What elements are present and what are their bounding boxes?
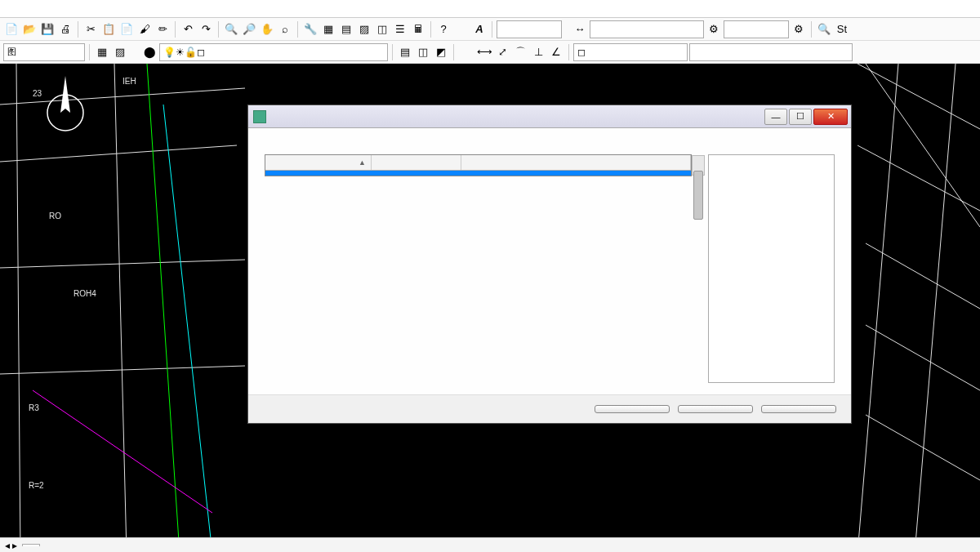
open-icon[interactable]: 📂 [21,21,38,38]
menu-edit[interactable] [3,7,16,11]
layer-combo[interactable]: 💡 ☀ 🔓 ◻ [159,43,388,61]
svg-text:IEH: IEH [122,77,136,86]
copy-icon[interactable]: 📋 [100,21,117,38]
svg-line-8 [33,390,212,513]
menu-tools[interactable] [56,7,69,11]
scrollbar-thumb[interactable] [693,171,703,220]
back-button[interactable] [595,405,670,413]
separator [392,44,393,60]
dialog-footer [248,394,851,423]
toolbar-main: 📄 📂 💾 🖨 ✂ 📋 📄 🖌 ✏ ↶ ↷ 🔍 🔎 ✋ ⌕ 🔧 ▦ ▤ ▨ ◫ … [0,18,980,41]
separator [492,21,492,38]
dim-ord-icon[interactable]: ⊥ [530,44,546,60]
dim-icon[interactable]: ↔ [572,21,588,38]
menu-format[interactable] [42,7,56,11]
save-icon[interactable]: 💾 [39,21,56,38]
svg-line-16 [915,64,956,537]
sun-icon: ☀ [176,47,185,58]
search-icon[interactable]: 🔍 [816,21,832,38]
zoom-icon[interactable]: 🔍 [223,21,239,38]
maximize-button[interactable]: ☐ [789,109,812,125]
close-button[interactable]: ✕ [813,109,848,125]
calc-icon[interactable]: 🖩 [410,21,426,38]
layer-prev-icon[interactable]: ▤ [397,44,413,60]
linetype-combo[interactable] [689,43,853,61]
svg-line-7 [163,105,212,537]
separator [297,21,298,38]
header-property[interactable]: ▲ [265,155,372,170]
redo-icon[interactable]: ↷ [198,21,214,38]
textstyle-combo[interactable] [497,20,562,38]
menu-view[interactable] [16,7,29,11]
layout-tab[interactable] [22,544,40,546]
status-bar: ◂ ▸ [0,537,980,552]
layer-icon[interactable]: ▦ [94,44,110,60]
settings-icon[interactable]: ⚙ [791,21,807,38]
menu-insert[interactable] [29,7,42,11]
undo-icon[interactable]: ↶ [180,21,196,38]
zoom-window-icon[interactable]: ⌕ [277,21,293,38]
menu-dimension[interactable] [82,7,95,11]
menu-bar [0,0,980,18]
standard-combo[interactable] [724,20,789,38]
layer-state-icon[interactable]: ◫ [415,44,431,60]
dim-angle-icon[interactable]: ∠ [548,44,564,60]
layout-combo[interactable]: 图 [3,43,85,61]
pencil-icon[interactable]: ✏ [154,21,171,38]
color-box-icon: ◻ [577,47,586,58]
paste-icon[interactable]: 📄 [118,21,135,38]
brush-icon[interactable]: 🖌 [136,21,153,38]
separator [175,21,176,38]
menu-draw[interactable] [69,7,82,11]
svg-line-15 [858,64,898,537]
layer-iso-icon[interactable]: ◩ [433,44,449,60]
layer-props-icon[interactable]: ▨ [112,44,128,60]
help-icon[interactable]: ? [435,21,452,38]
svg-line-3 [114,64,127,537]
dialog-titlebar[interactable]: — ☐ ✕ [248,105,851,128]
svg-line-10 [866,64,980,227]
table-icon[interactable]: ▤ [338,21,354,38]
toolbar-layers: 图 ▦ ▨ ⬤ 💡 ☀ 🔓 ◻ ▤ ◫ ◩ ⟷ ⤢ ⌒ ⊥ ∠ ◻ [0,41,980,64]
dimstyle-combo[interactable] [590,20,704,38]
svg-line-1 [0,145,237,162]
menu-modify[interactable] [95,7,108,11]
svg-line-13 [866,325,980,390]
svg-text:ROH4: ROH4 [74,289,96,298]
separator [78,21,78,38]
svg-line-9 [858,64,980,129]
color-combo[interactable]: ◻ [573,43,688,61]
minimize-button[interactable]: — [764,109,787,125]
print-icon[interactable]: 🖨 [57,21,74,38]
header-category[interactable] [461,155,691,170]
header-display-name[interactable] [372,155,461,170]
table-scrollbar[interactable] [692,155,705,176]
color-swatch-icon: ◻ [197,47,205,58]
zoom-extents-icon[interactable]: 🔎 [241,21,257,38]
block-icon[interactable]: ◫ [374,21,390,38]
dim-settings-icon[interactable]: ⚙ [706,21,722,38]
tool-icon[interactable]: 🔧 [302,21,318,38]
selected-rows-group [265,171,691,176]
data-extraction-dialog: — ☐ ✕ ▲ [247,105,852,424]
dim-arc-icon[interactable]: ⌒ [512,44,528,60]
dim-aligned-icon[interactable]: ⤢ [494,44,510,60]
separator [218,21,219,38]
next-button[interactable] [678,405,753,413]
layer-manager-icon[interactable]: ⬤ [141,44,158,60]
category-filter-list [708,154,835,383]
menu-help[interactable] [121,7,134,11]
cut-icon[interactable]: ✂ [82,21,99,38]
new-icon[interactable]: 📄 [3,21,20,38]
text-style-icon[interactable]: A [471,21,488,38]
menu-window[interactable] [108,7,121,11]
grid-icon[interactable]: ▨ [356,21,372,38]
pan-icon[interactable]: ✋ [259,21,275,38]
svg-line-6 [147,64,180,537]
props-icon[interactable]: ☰ [392,21,408,38]
sheet-icon[interactable]: ▦ [320,21,336,38]
dim-linear-icon[interactable]: ⟷ [476,44,492,60]
tab-arrows[interactable]: ◂ ▸ [5,540,17,551]
misc-icon[interactable]: St [834,21,850,38]
cancel-button[interactable] [761,405,836,413]
